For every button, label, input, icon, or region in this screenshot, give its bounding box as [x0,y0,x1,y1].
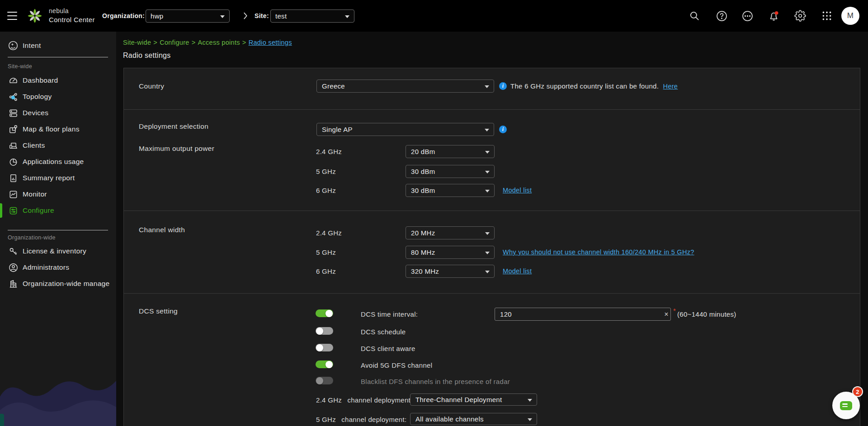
organization-select[interactable]: hwp [146,9,230,23]
clients-icon [8,140,19,151]
deployment-selection-value: Single AP [322,126,353,133]
sidebar-item-monitor[interactable]: Monitor [0,187,116,202]
deployment-5ghz-select[interactable]: All available channels [410,413,537,425]
dcs-time-interval-input[interactable]: 120 [495,308,671,321]
country-info-here-link[interactable]: Here [663,83,678,90]
breadcrumb-site-wide[interactable]: Site-wide [123,39,151,46]
deployment-2-4ghz-label: 2.4 GHz channel deployment: [316,396,413,404]
sidebar-item-dashboard[interactable]: Dashboard [0,73,116,88]
sidebar-bottom-accent [0,414,4,426]
info-icon: i [499,82,507,90]
brand-text: nebula Control Center [49,0,95,32]
notifications-bell-icon[interactable] [767,9,780,23]
chevron-down-icon [345,15,349,18]
sidebar-item-devices[interactable]: Devices [0,105,116,121]
channel-width-6ghz-select[interactable]: 320 MHz [406,265,495,278]
avoid-5g-dfs-toggle[interactable] [316,360,333,368]
max-power-5ghz-select[interactable]: 30 dBm [406,165,495,178]
chevron-down-icon [528,399,532,402]
chat-badge: 2 [852,386,863,397]
breadcrumb-chevron-icon [241,0,250,32]
sidebar-divider [8,230,108,230]
more-options-icon[interactable] [741,9,754,23]
site-value: test [275,12,287,20]
dcs-time-interval-value: 120 [500,310,512,318]
band-label-2-4ghz: 2.4 GHz [316,229,342,237]
sidebar-item-label: Summary report [23,174,75,182]
sidebar-item-label: Clients [23,141,45,150]
channel-width-label: Channel width [139,226,185,234]
administrators-icon [8,262,19,273]
sidebar-item-label: Intent [23,42,41,50]
model-list-link[interactable]: Model list [503,267,532,275]
sidebar-item-configure[interactable]: Configure [0,203,116,218]
chevron-down-icon [485,171,490,173]
user-avatar[interactable]: M [841,7,859,25]
sidebar-item-organization-wide-manage[interactable]: Organization-wide manage [0,276,116,291]
channel-width-warning-link[interactable]: Why you should not use channel width 160… [503,248,694,256]
deployment-2-4ghz-select[interactable]: Three-Channel Deployment [410,393,537,406]
max-power-2-4ghz-select[interactable]: 20 dBm [406,145,495,158]
sidebar-item-summary-report[interactable]: Summary report [0,170,116,186]
search-icon[interactable] [688,9,701,23]
chevron-down-icon [485,252,490,254]
max-power-5ghz-value: 30 dBm [411,168,435,175]
site-select[interactable]: test [270,9,354,23]
chat-bubble-icon [840,401,852,410]
page-title: Radio settings [123,51,171,60]
chevron-down-icon [485,232,490,235]
sidebar-item-label: Applications usage [23,158,84,166]
breadcrumb-radio-settings[interactable]: Radio settings [249,39,292,46]
sidebar-item-label: Devices [23,109,48,117]
dcs-schedule-toggle[interactable] [316,327,333,335]
section-divider [124,211,860,211]
channel-width-2-4ghz-select[interactable]: 20 MHz [406,226,495,239]
band-label-5ghz: 5 GHz [316,248,336,256]
info-icon: i [499,126,507,133]
help-icon[interactable] [715,9,728,23]
dcs-time-interval-toggle[interactable] [316,309,333,317]
sidebar-item-map-floor-plans[interactable]: Map & floor plans [0,122,116,137]
organization-value: hwp [151,12,163,20]
map-icon [8,124,19,135]
main-content: Site-wide>Configure>Access points>Radio … [116,32,868,426]
chevron-down-icon [485,151,490,154]
sidebar-item-administrators[interactable]: Administrators [0,260,116,275]
dcs-setting-label: DCS setting [139,307,178,315]
sidebar-item-applications-usage[interactable]: Applications usage [0,154,116,169]
sidebar-item-license-inventory[interactable]: License & inventory [0,243,116,259]
country-select[interactable]: Greece [316,80,494,93]
dcs-range-hint: (60~1440 minutes) [677,310,736,318]
channel-width-5ghz-select[interactable]: 80 MHz [406,246,495,259]
apps-grid-icon[interactable] [820,9,834,23]
app-root: nebula Control Center Organization: hwp … [0,0,868,426]
sidebar-item-label: Dashboard [23,76,58,84]
max-power-6ghz-value: 30 dBm [411,187,435,194]
blacklist-dfs-toggle[interactable] [316,377,333,384]
dcs-client-aware-toggle[interactable] [316,344,333,351]
hamburger-menu-icon[interactable] [7,0,17,32]
chevron-down-icon [485,271,490,273]
breadcrumb-access-points[interactable]: Access points [198,39,240,46]
deployment-5ghz-value: All available channels [415,415,484,423]
max-power-6ghz-select[interactable]: 30 dBm [406,184,495,197]
model-list-link[interactable]: Model list [503,187,532,194]
settings-gear-icon[interactable] [793,9,807,23]
breadcrumb-configure[interactable]: Configure [160,39,189,46]
avoid-5g-dfs-label: Avoid 5G DFS channel [361,361,432,369]
devices-icon [8,108,19,118]
sidebar-section-site-wide: Site-wide [8,63,32,70]
band-label-5ghz: 5 GHz [316,168,336,175]
sidebar-item-intent[interactable]: Intent [0,38,116,53]
license-icon [8,246,19,257]
deployment-selection-select[interactable]: Single AP [316,123,494,136]
country-info-note: The 6 GHz supported country list can be … [510,82,678,90]
sidebar-item-label: Administrators [23,263,69,272]
sidebar: Intent Site-wide Dashboard Topology Devi… [0,32,116,426]
clear-input-icon[interactable]: × [663,311,670,318]
channel-width-6ghz-value: 320 MHz [411,267,439,275]
brand-line1: nebula [49,7,69,15]
sidebar-item-topology[interactable]: Topology [0,89,116,104]
sidebar-item-clients[interactable]: Clients [0,138,116,153]
band-label-6ghz: 6 GHz [316,267,336,275]
